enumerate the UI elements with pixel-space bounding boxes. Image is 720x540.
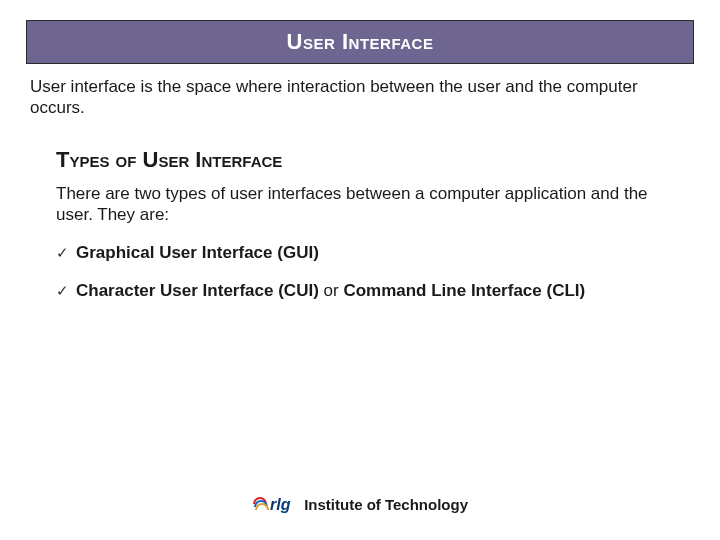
list-item-conjunction: or	[319, 281, 344, 300]
logo-text: rlg	[270, 496, 291, 513]
footer-org: Institute of Technology	[304, 496, 468, 513]
subheading: Types of User Interface	[56, 147, 720, 173]
footer: rlg Institute of Technology	[0, 494, 720, 514]
page-title: User Interface	[287, 29, 434, 54]
list-item-label-alt: Command Line Interface (CLI)	[343, 281, 585, 300]
body-paragraph: There are two types of user interfaces b…	[56, 183, 676, 226]
intro-paragraph: User interface is the space where intera…	[30, 76, 690, 119]
list-item: Graphical User Interface (GUI)	[56, 243, 676, 263]
list-item: Character User Interface (CUI) or Comman…	[56, 281, 676, 301]
list-item-label: Graphical User Interface (GUI)	[76, 243, 319, 262]
title-bar: User Interface	[26, 20, 694, 64]
interface-type-list: Graphical User Interface (GUI) Character…	[56, 243, 676, 301]
list-item-label: Character User Interface (CUI)	[76, 281, 319, 300]
rlg-logo-icon: rlg	[252, 494, 296, 514]
